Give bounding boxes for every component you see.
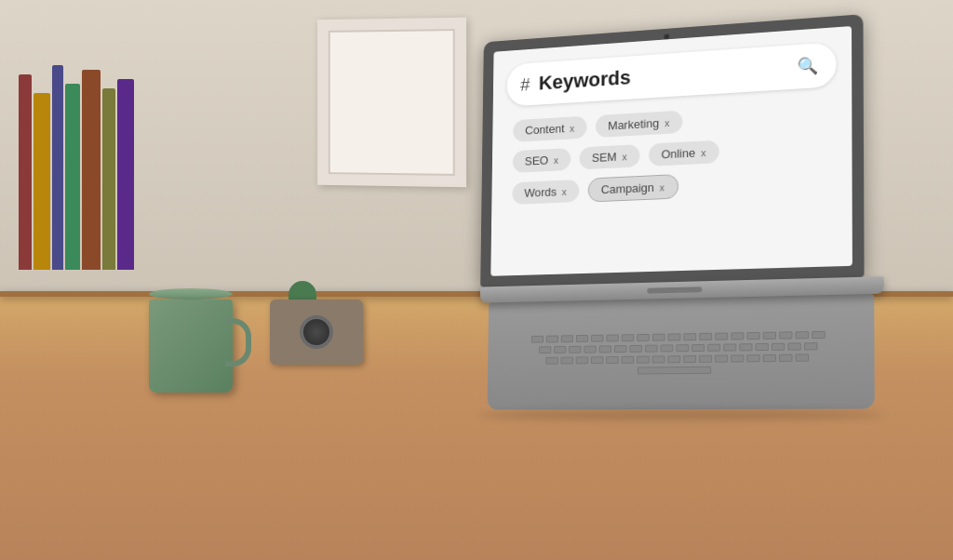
key	[606, 334, 619, 341]
coffee-mug	[149, 294, 233, 393]
laptop-screen-wrapper: # Keywords 🔍 Content x Marketing	[480, 14, 864, 287]
laptop: # Keywords 🔍 Content x Marketing	[478, 13, 884, 420]
key	[668, 333, 681, 340]
key	[569, 346, 581, 353]
key	[660, 344, 673, 352]
key	[803, 342, 817, 350]
key	[723, 343, 736, 351]
tags-row-2: SEO x SEM x Online x	[513, 134, 829, 172]
books-decoration	[19, 28, 168, 270]
tag-words[interactable]: Words x	[512, 180, 579, 205]
tag-content-label: Content	[525, 122, 564, 138]
key	[561, 357, 573, 365]
key	[606, 356, 619, 364]
tag-sem-label: SEM	[592, 150, 617, 165]
key	[691, 344, 705, 352]
key	[731, 354, 744, 362]
tags-row-3: Words x Campaign x	[512, 167, 828, 206]
tag-seo-label: SEO	[525, 153, 549, 168]
keyboard-row-1	[531, 331, 825, 343]
key	[591, 335, 603, 342]
tag-sem[interactable]: SEM x	[579, 144, 639, 169]
key	[652, 334, 665, 341]
tag-campaign[interactable]: Campaign x	[587, 174, 678, 202]
keyboard-row-spacebar	[638, 367, 711, 375]
tag-seo[interactable]: SEO x	[513, 148, 571, 173]
key	[667, 355, 680, 363]
key	[629, 345, 642, 353]
key	[731, 332, 744, 340]
key	[715, 332, 728, 340]
tag-content[interactable]: Content x	[513, 116, 586, 142]
key	[763, 354, 776, 362]
key	[715, 355, 728, 363]
key	[531, 336, 544, 343]
key	[699, 355, 712, 363]
key	[746, 354, 759, 362]
search-input[interactable]: Keywords	[539, 56, 785, 95]
tag-campaign-close[interactable]: x	[660, 181, 664, 193]
tag-marketing[interactable]: Marketing x	[596, 111, 682, 138]
key	[584, 346, 596, 353]
key	[545, 357, 557, 365]
key	[622, 334, 635, 341]
hash-symbol: #	[520, 74, 530, 95]
tag-online[interactable]: Online x	[649, 140, 719, 167]
key	[676, 344, 689, 352]
key	[812, 331, 825, 339]
key	[539, 346, 551, 353]
tag-campaign-label: Campaign	[601, 180, 654, 196]
key	[644, 345, 657, 353]
laptop-shadow	[478, 409, 884, 420]
tag-words-close[interactable]: x	[562, 186, 567, 197]
tag-online-close[interactable]: x	[701, 147, 705, 158]
key	[771, 343, 784, 351]
tags-area: Content x Marketing x SEO x	[505, 98, 837, 209]
key	[622, 356, 635, 364]
key	[796, 331, 809, 339]
key	[546, 335, 558, 342]
camera-lens	[300, 315, 333, 349]
key	[554, 346, 566, 353]
tag-marketing-close[interactable]: x	[664, 117, 669, 128]
camera-decoration	[270, 300, 363, 365]
key	[683, 355, 696, 363]
key	[637, 334, 650, 341]
key	[613, 345, 626, 353]
key	[787, 342, 800, 350]
mug-top	[149, 288, 233, 300]
key	[739, 343, 752, 351]
laptop-keyboard	[488, 294, 875, 410]
key	[707, 344, 720, 352]
key	[561, 335, 573, 342]
tag-marketing-label: Marketing	[608, 116, 659, 133]
picture-frame	[317, 18, 466, 188]
key	[779, 354, 792, 362]
laptop-bezel: # Keywords 🔍 Content x Marketing	[480, 14, 864, 287]
tag-online-label: Online	[661, 146, 695, 161]
search-icon[interactable]: 🔍	[794, 52, 821, 80]
key	[683, 333, 696, 340]
tag-sem-close[interactable]: x	[622, 151, 626, 162]
tag-words-label: Words	[524, 185, 557, 200]
key	[637, 356, 650, 364]
key	[746, 332, 759, 340]
key	[796, 353, 810, 361]
key	[591, 356, 603, 364]
tag-content-close[interactable]: x	[570, 123, 574, 134]
laptop-screen: # Keywords 🔍 Content x Marketing	[490, 26, 852, 276]
keyboard-row-3	[545, 353, 809, 364]
key	[576, 335, 588, 342]
tag-seo-close[interactable]: x	[554, 154, 558, 166]
key	[598, 345, 611, 353]
mug-body	[149, 300, 233, 393]
key	[755, 343, 768, 351]
key	[779, 331, 792, 339]
keyboard-row-2	[539, 342, 817, 353]
key	[652, 355, 665, 363]
picture-frame-inner	[329, 29, 455, 176]
search-bar[interactable]: # Keywords 🔍	[506, 42, 836, 107]
key	[576, 356, 588, 364]
key	[699, 333, 712, 340]
spacebar-key	[638, 367, 711, 375]
